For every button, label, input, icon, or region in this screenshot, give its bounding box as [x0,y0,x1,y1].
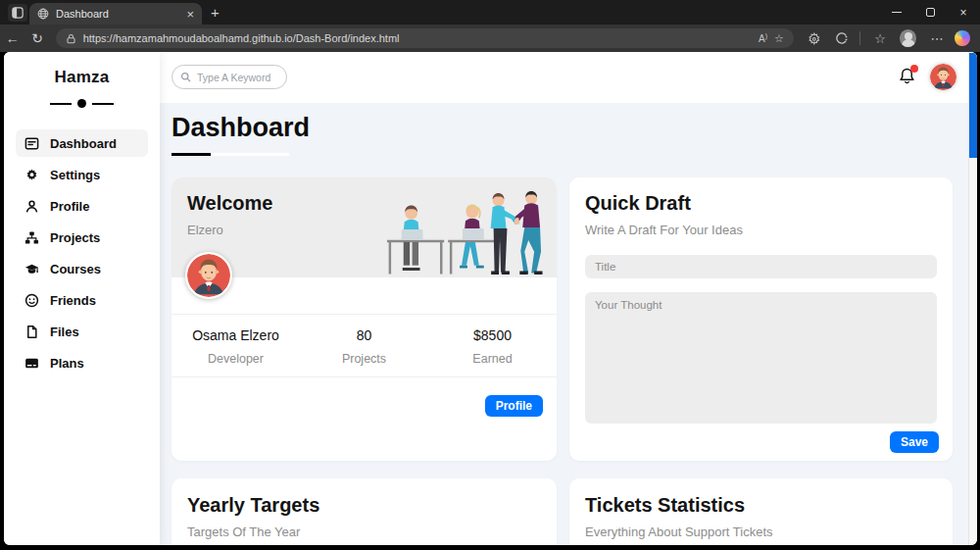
browser-toolbar: ← ↻ https://hamzamahmoudaboalhamd.github… [0,25,980,52]
welcome-card: Welcome Elzero [172,177,557,461]
sidebar-item-friends[interactable]: Friends [16,286,148,314]
add-favorite-star-icon[interactable]: ☆ [774,32,784,45]
sidebar-item-dashboard[interactable]: Dashboard [16,129,148,157]
search-box[interactable] [172,65,287,89]
face-smile-icon [24,293,39,308]
stat-name: Osama Elzero Developer [172,315,300,376]
copilot-icon[interactable] [955,30,970,46]
welcome-avatar [185,252,232,299]
webpage: Hamza Dashboard Settings Profile [4,52,977,545]
welcome-card-header: Welcome Elzero [172,177,557,277]
page-scrollbar[interactable] [968,52,977,545]
sidebar-item-projects[interactable]: Projects [16,224,148,251]
read-aloud-icon[interactable]: A) [759,32,767,44]
teamwork-illustration [380,187,545,277]
quick-draft-title: Quick Draft [585,192,937,215]
search-icon [180,72,191,82]
gear-icon [24,168,39,182]
site-header [160,52,968,103]
notification-dot [910,65,918,73]
sidebar-item-label: Settings [50,168,100,182]
favorites-bar-star-icon[interactable]: ☆ [874,31,886,46]
window-restore-button[interactable] [913,0,947,25]
sidebar-item-label: Friends [50,293,96,308]
sidebar-item-label: Profile [50,199,89,214]
tab-title: Dashboard [56,8,179,20]
tickets-statistics-title: Tickets Statistics [585,494,937,517]
window-close-button[interactable]: × [947,0,980,25]
sidebar-item-label: Files [50,325,79,339]
url-text[interactable]: https://hamzamahmoudaboalhamd.github.io/… [83,32,752,44]
reload-button-icon[interactable]: ↻ [24,30,49,46]
tickets-statistics-subtitle: Everything About Support Tickets [585,525,937,539]
credit-card-icon [24,356,39,371]
yearly-targets-title: Yearly Targets [187,494,541,517]
yearly-targets-card: Yearly Targets Targets Of The Year [172,478,557,545]
draft-thought-textarea[interactable] [585,292,937,424]
scrollbar-thumb[interactable] [969,53,977,158]
notification-bell[interactable] [898,67,917,86]
yearly-targets-subtitle: Targets Of The Year [187,525,541,539]
brand-logo: Hamza [4,68,160,87]
sidebar-item-courses[interactable]: Courses [16,255,148,282]
window-minimize-button[interactable] [880,0,913,25]
tab-favicon-globe-icon [37,8,49,20]
browser-essentials-icon[interactable] [835,31,849,45]
welcome-stats-row: Osama Elzero Developer 80 Projects $8500… [172,314,557,377]
diagram-project-icon [24,230,39,245]
browser-tab-bar: Dashboard × + × [0,0,980,25]
tickets-statistics-card: Tickets Statistics Everything About Supp… [569,478,953,545]
dashboard-icon [24,136,39,151]
tab-actions-menu-icon[interactable] [8,4,27,22]
graduation-cap-icon [24,262,39,276]
stat-projects: 80 Projects [300,315,428,376]
sidebar-nav: Dashboard Settings Profile Projects Cour… [4,129,160,376]
browser-profile-avatar[interactable] [900,29,917,47]
address-bar[interactable]: https://hamzamahmoudaboalhamd.github.io/… [56,28,794,48]
title-underline-black [172,153,211,156]
sidebar-item-label: Plans [50,356,84,371]
draft-title-input[interactable] [585,255,937,278]
sidebar-item-plans[interactable]: Plans [16,349,148,376]
stat-earned: $8500 Earned [428,315,557,376]
brand-decoration [4,99,160,108]
toolbar-divider [859,31,860,45]
file-icon [24,325,39,339]
sidebar-item-profile[interactable]: Profile [16,192,148,220]
user-icon [24,199,39,214]
save-button[interactable]: Save [890,431,939,453]
quick-draft-card: Quick Draft Write A Draft For Your Ideas… [569,177,953,461]
sidebar-item-files[interactable]: Files [16,318,148,345]
new-tab-button[interactable]: + [211,4,220,21]
sidebar-item-label: Courses [50,262,101,276]
extensions-icon[interactable] [808,31,821,45]
sidebar: Hamza Dashboard Settings Profile [4,52,160,545]
lock-icon [66,33,76,44]
settings-more-icon[interactable]: ⋯ [930,31,943,46]
sidebar-item-settings[interactable]: Settings [16,161,148,188]
sidebar-item-label: Dashboard [50,136,117,151]
back-button-icon[interactable]: ← [0,30,24,46]
page-title: Dashboard [172,113,310,143]
user-avatar[interactable] [930,64,956,90]
browser-tab[interactable]: Dashboard × [29,3,202,25]
profile-button[interactable]: Profile [485,395,543,417]
tab-close-icon[interactable]: × [186,8,194,21]
sidebar-item-label: Projects [50,230,100,245]
browser-window: Dashboard × + × ← ↻ https://hamzamahmoud… [0,0,980,550]
quick-draft-subtitle: Write A Draft For Your Ideas [585,223,937,237]
